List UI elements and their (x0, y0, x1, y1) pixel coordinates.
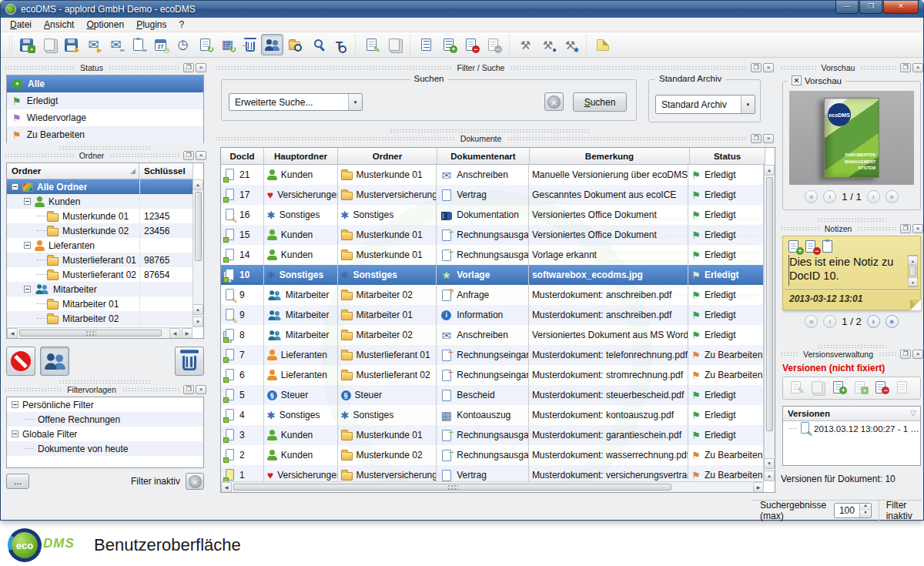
copy-documents-icon[interactable] (383, 34, 405, 55)
last-page-icon[interactable]: » (886, 315, 899, 328)
float-panel-icon[interactable]: ❐ (183, 385, 194, 394)
folder-row-mitarbeiter-02[interactable]: Mitarbeiter 02 (7, 311, 192, 326)
document-refresh-icon[interactable]: ↻ (194, 34, 216, 55)
expander-icon[interactable] (12, 401, 18, 408)
last-page-icon[interactable]: » (886, 190, 899, 203)
folder-row-kunden[interactable]: Kunden (7, 194, 192, 209)
settings-plugins-icon[interactable]: ⚒✱ (559, 34, 581, 55)
filter-row-globale-filter[interactable]: Globale Filter (7, 427, 203, 441)
close-panel-icon[interactable]: × (196, 151, 206, 160)
close-panel-icon[interactable]: × (912, 350, 923, 359)
next-page-icon[interactable]: › (867, 315, 880, 328)
doc-row-21[interactable]: 21KundenMusterkunde 01✉AnschreibenManuel… (221, 165, 764, 185)
doc-col-hauptordner[interactable]: Hauptordner (264, 148, 338, 165)
status-item-alle[interactable]: +Alle (7, 75, 203, 92)
toolbar-grip[interactable] (8, 35, 12, 54)
float-panel-icon[interactable]: ❐ (751, 63, 762, 72)
folder-row-mitarbeiter[interactable]: Mitarbeiter (7, 282, 192, 296)
doc-row-15[interactable]: 15KundenMusterkunde 01→RechnungsausgangV… (221, 225, 764, 245)
expander-icon[interactable] (12, 430, 18, 437)
doc-row-1[interactable]: 1♥VersicherungenMusterversicherung 01Ver… (221, 465, 764, 481)
status-item-zu-bearbeiten[interactable]: ⚑Zu Bearbeiten (7, 126, 203, 143)
note-remove-icon[interactable]: − (805, 240, 819, 253)
doc-row-5[interactable]: 5§Steuer§SteuerBescheidMusterdokument: s… (221, 385, 764, 405)
first-page-icon[interactable]: « (805, 315, 818, 328)
version-entry[interactable]: ✎2013.03.12 13:00:27 - 1 <eco... (783, 421, 920, 436)
settings-user-icon[interactable]: ⚒● (537, 34, 559, 55)
doc-row-16[interactable]: ✎16✱Sonstiges✱SonstigesDokumentationVers… (221, 205, 764, 225)
doc-row-6[interactable]: 6LieferantenMusterlieferant 02←Rechnungs… (221, 365, 764, 385)
template-search-icon[interactable]: T (328, 34, 350, 55)
prev-page-icon[interactable]: ‹ (823, 315, 836, 328)
status-item-wiedervorlage[interactable]: ⚑Wiedervorlage (7, 109, 203, 126)
clipboard-link-icon[interactable]: ∞ (127, 34, 149, 55)
doc-row-9[interactable]: ✎9MitarbeiterMitarbeiter 01iInformationM… (221, 305, 764, 325)
versions-list-header[interactable]: Versionen ▽ (783, 407, 920, 421)
doc-col-docid[interactable]: DocId (221, 148, 264, 165)
move-to-trash-icon[interactable]: → (239, 34, 261, 55)
version-add-icon[interactable]: + (833, 381, 849, 396)
documents-vscrollbar[interactable]: ▲ ▼▲ (764, 165, 775, 481)
advanced-search-dropdown[interactable]: Erweiterte Suche... ▼ (229, 93, 363, 111)
doc-row-17[interactable]: 17♥VersicherungenMusterversicherung 01Ve… (221, 185, 764, 205)
note-text[interactable]: Dies ist eine Notiz zu DocID 10. (788, 255, 903, 286)
new-note-icon[interactable] (591, 34, 614, 55)
folder-row-musterkunde-02[interactable]: Musterkunde 0223456 (7, 223, 192, 238)
expander-icon[interactable] (24, 198, 31, 205)
filter-row-offene-rechnungen[interactable]: Offene Rechnungen (7, 412, 203, 427)
scan-icon[interactable] (38, 34, 60, 55)
folder-row-musterlieferant-01[interactable]: Musterlieferant 0198765 (7, 253, 192, 267)
close-panel-icon[interactable]: × (912, 224, 923, 233)
max-results-spinner[interactable]: 100 ▲▼ (834, 503, 872, 518)
first-page-icon[interactable]: « (805, 190, 818, 203)
edit-document-icon[interactable]: ✎ (360, 34, 383, 55)
float-panel-icon[interactable]: ❐ (183, 151, 194, 160)
float-panel-icon[interactable]: ❐ (183, 63, 194, 72)
filter-row-dokumente-von-heute[interactable]: Dokumente von heute (7, 441, 203, 456)
doc-row-3[interactable]: 3KundenMusterkunde 01→RechnungsausgangMu… (221, 425, 764, 445)
doc-row-2[interactable]: 2KundenMusterkunde 02→RechnungsausgangMu… (221, 445, 764, 465)
folders-col-ordner[interactable]: Ordner◢ (7, 163, 139, 179)
note-copy-icon[interactable] (822, 240, 835, 253)
close-panel-icon[interactable]: × (912, 63, 923, 72)
folders-vscrollbar[interactable]: ▲ ▲▼ (192, 179, 203, 327)
folder-row-musterlieferant-02[interactable]: Musterlieferant 0287654 (7, 267, 192, 282)
doc-row-9[interactable]: ✎9MitarbeiterMitarbeiter 02?AnfrageMuste… (221, 285, 764, 305)
close-button[interactable]: ✕ (883, 1, 919, 14)
status-item-erledigt[interactable]: ⚑Erledigt (7, 92, 203, 109)
folder-search-icon[interactable] (283, 34, 306, 55)
version-add-icon[interactable]: + (437, 34, 460, 55)
version-disabled-icon[interactable]: − (482, 34, 504, 55)
version-lock-icon[interactable]: ▪ (855, 381, 870, 396)
folder-row-musterkunde-01[interactable]: Musterkunde 0112345 (7, 209, 192, 223)
table-refresh-icon[interactable]: ▦↻ (216, 34, 239, 55)
note-add-icon[interactable]: + (788, 240, 802, 253)
menu-ansicht[interactable]: Ansicht (38, 18, 80, 31)
next-page-icon[interactable]: › (867, 190, 880, 203)
version-copy-icon[interactable] (812, 381, 827, 396)
float-panel-icon[interactable]: ❐ (900, 350, 911, 359)
expander-icon[interactable] (24, 286, 31, 293)
folder-row-mitarbeiter-01[interactable]: Mitarbeiter 01 (7, 296, 192, 311)
menu-optionen[interactable]: Optionen (80, 18, 130, 31)
version-remove-icon[interactable]: − (875, 381, 891, 396)
resubmission-calendar-icon[interactable]: 27◷ (149, 34, 172, 55)
search-button[interactable]: Suchen (573, 92, 627, 112)
close-panel-icon[interactable]: × (196, 385, 206, 394)
doc-col-status[interactable]: Status (690, 148, 765, 165)
spin-down-icon[interactable]: ▼ (860, 511, 871, 517)
doc-row-7[interactable]: 7LieferantenMusterlieferant 01←Rechnungs… (221, 345, 764, 365)
expander-icon[interactable] (12, 183, 18, 190)
filter-clear-button[interactable]: ✕ (186, 473, 204, 490)
folder-row-alle-ordner[interactable]: Alle Ordner (7, 179, 192, 194)
version-edit-icon[interactable]: ✎ (791, 381, 806, 396)
minimize-button[interactable]: — (835, 1, 859, 14)
menu-datei[interactable]: Datei (4, 18, 38, 31)
history-icon[interactable]: ◷ (172, 34, 194, 55)
export-save-icon[interactable]: ▶ (60, 34, 82, 55)
send-mail-icon[interactable]: ✉▶ (82, 34, 105, 55)
filter-more-button[interactable]: ... (6, 474, 29, 489)
max-results-value[interactable]: 100 (835, 505, 859, 516)
archive-dropdown[interactable]: Standard Archiv ▼ (655, 95, 755, 114)
folder-row-lieferanten[interactable]: Lieferanten (7, 238, 192, 253)
